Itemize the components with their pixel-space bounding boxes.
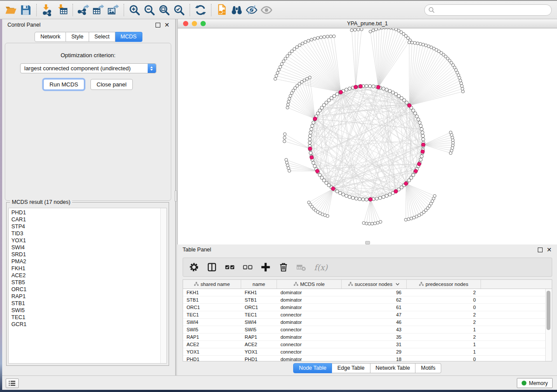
table-row[interactable]: PHD1PHD1dominator180 — [183, 356, 552, 361]
table-row[interactable]: SWI5SWI5connector431 — [183, 326, 552, 334]
tab-node-table[interactable]: Node Table — [293, 363, 332, 373]
float-table-panel-icon[interactable] — [538, 248, 543, 252]
search-input[interactable] — [435, 5, 551, 15]
table-panel-titlebar: Table Panel ✕ — [177, 244, 557, 255]
export-table-icon — [92, 4, 104, 16]
clone-network-button[interactable] — [214, 2, 229, 18]
unselect-all-columns-button[interactable] — [242, 262, 253, 272]
hierarchy-icon — [348, 282, 353, 287]
table-row[interactable]: RAP1RAP1dominator352 — [183, 334, 552, 341]
save-session-button[interactable] — [18, 2, 33, 18]
network-graph[interactable] — [178, 28, 557, 245]
zoom-in-icon — [128, 4, 141, 16]
select-all-columns-icon — [225, 262, 235, 272]
minimize-window-button[interactable] — [192, 21, 197, 26]
close-table-panel-icon[interactable]: ✕ — [547, 247, 552, 252]
table-row[interactable]: FKH1FKH1dominator962 — [183, 289, 552, 296]
select-all-columns-button[interactable] — [225, 262, 235, 272]
column-header-mcds-role[interactable]: MCDS role — [277, 280, 342, 289]
tab-mcds[interactable]: MCDS — [115, 32, 142, 42]
mcds-result-item[interactable]: GCR1 — [11, 321, 166, 328]
find-button[interactable] — [229, 2, 244, 18]
search-icon — [428, 7, 435, 14]
toolbar-separator — [73, 4, 73, 16]
export-network-button[interactable] — [76, 2, 91, 18]
table-row[interactable]: ORC1ORC1dominator610 — [183, 304, 552, 311]
find-icon — [231, 4, 243, 16]
table-cell: RAP1 — [241, 334, 277, 340]
zoom-selected-region-button[interactable] — [172, 2, 187, 18]
table-scrollbar[interactable] — [545, 289, 552, 361]
tab-edge-table[interactable]: Edge Table — [332, 363, 370, 373]
mcds-result-item[interactable]: ORC1 — [11, 286, 166, 293]
tab-style[interactable]: Style — [66, 32, 89, 42]
mcds-list-scrollbar[interactable] — [160, 208, 166, 363]
mcds-result-item[interactable]: YOX1 — [11, 237, 166, 244]
tab-motifs[interactable]: Motifs — [415, 363, 441, 373]
eye-disabled-button — [259, 2, 274, 18]
mcds-result-item[interactable]: FKH1 — [11, 265, 166, 272]
memory-button[interactable]: Memory — [517, 378, 553, 388]
table-cell: ORC1 — [241, 304, 277, 311]
column-label: shared name — [201, 282, 230, 287]
column-header-successor-nodes[interactable]: successor nodes — [342, 280, 407, 289]
table-options-button[interactable] — [189, 262, 199, 272]
table-row[interactable]: ACE2ACE2connector311 — [183, 341, 552, 348]
create-column-button[interactable] — [260, 262, 271, 272]
table-panel: Table Panel ✕ f(x) shared namenameMCDS r… — [177, 244, 557, 375]
network-canvas[interactable] — [178, 28, 557, 245]
mcds-result-item[interactable]: STB1 — [11, 300, 166, 307]
float-panel-icon[interactable] — [156, 23, 160, 28]
tab-network-table[interactable]: Network Table — [370, 363, 416, 373]
close-window-button[interactable] — [183, 21, 188, 26]
show-hide-columns-button[interactable] — [207, 262, 217, 272]
table-row[interactable]: TEC1TEC1connector472 — [183, 311, 552, 319]
delete-columns-button[interactable] — [278, 262, 289, 272]
show-hide-graphics-details-button[interactable] — [244, 2, 259, 18]
mcds-result-item[interactable]: RAP1 — [11, 293, 166, 300]
table-cell: connector — [277, 311, 342, 318]
tab-select[interactable]: Select — [89, 32, 115, 42]
optimization-criterion-select[interactable]: largest connected component (undirected) — [20, 63, 156, 73]
import-network-from-file-button[interactable] — [40, 2, 55, 18]
table-body: FKH1FKH1dominator962STB1STB1dominator620… — [183, 289, 552, 361]
open-file-icon — [5, 4, 17, 16]
mcds-result-item[interactable]: STP4 — [11, 223, 166, 230]
maximize-window-button[interactable] — [201, 21, 206, 26]
close-panel-icon[interactable]: ✕ — [164, 22, 170, 28]
mcds-result-item[interactable]: ACE2 — [11, 272, 166, 279]
export-table-button[interactable] — [91, 2, 106, 18]
zoom-fit-content-button[interactable] — [157, 2, 172, 18]
splitter-handle[interactable] — [175, 190, 177, 202]
zoom-out-button[interactable] — [142, 2, 157, 18]
canvas-splitter-handle[interactable] — [365, 241, 370, 244]
apply-preferred-layout-button[interactable] — [193, 2, 208, 18]
unselect-all-columns-icon — [242, 262, 253, 272]
table-cell: TEC1 — [241, 311, 277, 318]
table-row[interactable]: STB1STB1dominator620 — [183, 296, 552, 304]
mcds-result-item[interactable]: SRD1 — [11, 251, 166, 258]
mcds-result-item[interactable]: STB5 — [11, 279, 166, 286]
tab-network[interactable]: Network — [35, 32, 66, 42]
table-row[interactable]: YOX1YOX1connector291 — [183, 348, 552, 356]
column-header-shared-name[interactable]: shared name — [183, 280, 241, 289]
show-panels-button[interactable] — [6, 378, 19, 388]
import-table-from-file-button[interactable] — [55, 2, 69, 18]
close-panel-button[interactable]: Close panel — [90, 79, 133, 90]
mcds-result-item[interactable]: SWI5 — [11, 307, 166, 314]
mcds-result-item[interactable]: PHD1 — [11, 209, 166, 216]
mcds-result-item[interactable]: TEC1 — [11, 314, 166, 321]
run-mcds-button[interactable]: Run MCDS — [43, 79, 84, 90]
table-row[interactable]: SWI4SWI4dominator462 — [183, 319, 552, 326]
mcds-result-item[interactable]: SWI4 — [11, 244, 166, 251]
mcds-result-item[interactable]: PMA2 — [11, 258, 166, 265]
column-header-predecessor-nodes[interactable]: predecessor nodes — [407, 280, 481, 289]
table-cell: TEC1 — [183, 311, 241, 318]
zoom-in-button[interactable] — [127, 2, 142, 18]
mcds-result-item[interactable]: TID3 — [11, 230, 166, 237]
open-file-button[interactable] — [3, 2, 18, 18]
export-image-button[interactable] — [106, 2, 121, 18]
table-scrollbar-thumb[interactable] — [547, 291, 550, 330]
mcds-result-item[interactable]: CAR1 — [11, 216, 166, 223]
column-header-name[interactable]: name — [241, 280, 277, 289]
